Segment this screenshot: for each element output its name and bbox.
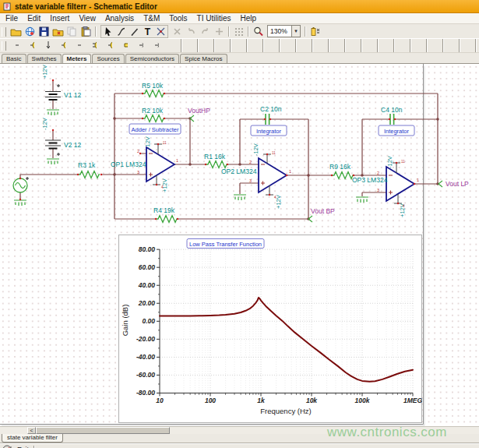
resistor[interactable] [78, 171, 100, 178]
menu-analysis[interactable]: Analysis [105, 14, 134, 23]
tab-sources[interactable]: Sources [92, 54, 124, 63]
tab-switches[interactable]: Switches [27, 54, 62, 63]
wire-tool-button[interactable] [114, 26, 128, 37]
menu-tm[interactable]: T&M [143, 14, 160, 23]
zoom-dropdown-button[interactable]: ▼ [291, 26, 300, 37]
voltmeter-button[interactable] [24, 39, 40, 51]
zoom-level-select[interactable]: 130% ▼ [267, 25, 301, 37]
sheet-tab-state-variable-filter[interactable]: state variable filter [2, 434, 63, 443]
add-button[interactable] [213, 26, 226, 37]
redo-icon [200, 26, 210, 37]
save-button[interactable] [37, 26, 51, 37]
menu-insert[interactable]: Insert [50, 14, 69, 23]
resistor[interactable] [332, 172, 354, 179]
copy-button[interactable] [65, 26, 79, 37]
ohmmeter-button[interactable] [102, 39, 118, 51]
svg-text:-80.00: -80.00 [136, 389, 155, 397]
label-op3: OP3 LM324 [352, 176, 388, 184]
svg-text:100: 100 [205, 397, 216, 404]
resistor[interactable] [156, 216, 178, 223]
horizontal-scrollbar[interactable]: < [0, 426, 479, 434]
toolbar-grip[interactable] [2, 27, 6, 37]
resistor[interactable] [143, 115, 164, 122]
schematic-canvas[interactable]: V1 12 V2 12 R5 10k R2 10k R3 1k R1 16k R… [0, 63, 479, 426]
voltage-pin-button[interactable] [9, 39, 24, 51]
undo-button[interactable] [185, 26, 198, 37]
svg-text:10: 10 [156, 397, 164, 404]
paste-button[interactable] [79, 26, 93, 37]
resistor[interactable] [143, 90, 164, 97]
menu-file[interactable]: File [5, 14, 18, 23]
tab-semiconductors[interactable]: Semiconductors [125, 54, 179, 63]
output-s-button[interactable]: S [149, 39, 164, 51]
import-button[interactable] [51, 26, 65, 37]
chart-panel: -80.00-60.00-40.00-20.000.0020.0040.0060… [119, 235, 423, 423]
label-r4: R4 19k [153, 206, 175, 214]
redo-button[interactable] [199, 26, 212, 37]
edit-tool-group: T [100, 25, 168, 38]
web-open-button[interactable] [23, 26, 37, 37]
output-t-button[interactable]: T [133, 39, 149, 51]
menu-help[interactable]: Help [241, 14, 257, 23]
opamp-op1[interactable] [146, 144, 174, 185]
toolbar-grip[interactable] [2, 41, 6, 51]
cross-wire-button[interactable] [154, 26, 167, 37]
menu-view[interactable]: View [79, 14, 96, 23]
component-category-tabs: Basic Switches Meters Sources Semiconduc… [0, 52, 479, 63]
status-gauge-icon [2, 445, 12, 448]
current-probe-button[interactable] [71, 39, 86, 51]
voltage-source[interactable] [13, 177, 29, 206]
power-meter-icon [92, 40, 97, 51]
sheet-tabs: state variable filter [0, 434, 479, 443]
tab-spice-macros[interactable]: Spice Macros [180, 54, 227, 63]
power-meter-button[interactable] [86, 39, 102, 51]
ground-symbol [47, 159, 59, 164]
svg-text:3: 3 [137, 170, 139, 175]
wires[interactable] [20, 80, 438, 219]
delete-button[interactable] [171, 26, 184, 37]
pen-tool-button[interactable] [128, 26, 141, 37]
menu-ti-utilities[interactable]: TI Utilities [197, 14, 231, 23]
chart-ylabel: Gain (dB) [121, 305, 129, 337]
label-r9: R9 16k [329, 163, 351, 171]
menu-edit[interactable]: Edit [27, 14, 41, 23]
label-op1: OP1 LM324 [111, 161, 146, 168]
tab-basic[interactable]: Basic [2, 54, 26, 63]
opamp-op2[interactable] [234, 154, 287, 200]
globe-icon [24, 26, 36, 37]
svg-text:1: 1 [289, 169, 291, 174]
label-r2: R2 10k [142, 107, 164, 115]
label-r5: R5 10k [142, 82, 164, 90]
ammeter-button[interactable] [55, 39, 71, 51]
cursor-tool-button[interactable] [101, 26, 114, 37]
zoom-tool-button[interactable] [252, 26, 265, 37]
ammeter-icon [61, 40, 65, 51]
connection-dots [19, 79, 439, 220]
schematic-editor-window: state variable filterr - Schematic Edito… [0, 0, 479, 448]
zoom-level-value: 130% [268, 27, 291, 35]
svg-text:3: 3 [249, 178, 252, 183]
open-button[interactable] [9, 26, 23, 37]
label-plus12-v1: +12V [41, 65, 48, 79]
svg-text:20.00: 20.00 [138, 299, 156, 307]
interactive-mode-button[interactable] [308, 26, 322, 37]
speaker-icon [123, 40, 128, 51]
ground-symbol [47, 110, 59, 115]
text-tool-button[interactable]: T [141, 26, 154, 37]
svg-text:T: T [145, 26, 151, 37]
scroll-left-button[interactable]: < [27, 427, 36, 434]
undo-icon [186, 26, 196, 37]
title-bar: state variable filterr - Schematic Edito… [0, 0, 479, 13]
label-c4: C4 10n [381, 106, 403, 114]
grid-toggle-button[interactable] [232, 26, 245, 37]
speaker-button[interactable] [118, 39, 133, 51]
volt-ampere-button[interactable] [40, 39, 55, 51]
scrollbar-thumb[interactable] [36, 427, 170, 434]
tab-meters[interactable]: Meters [62, 54, 92, 63]
ground-symbol [14, 200, 26, 206]
window-title: state variable filterr - Schematic Edito… [15, 2, 157, 11]
chart-title: Low Pass Transfer Function [189, 241, 262, 248]
menu-tools[interactable]: Tools [169, 14, 187, 23]
label-op2-vminus: -12V [252, 143, 259, 156]
passive-components[interactable] [78, 90, 394, 223]
